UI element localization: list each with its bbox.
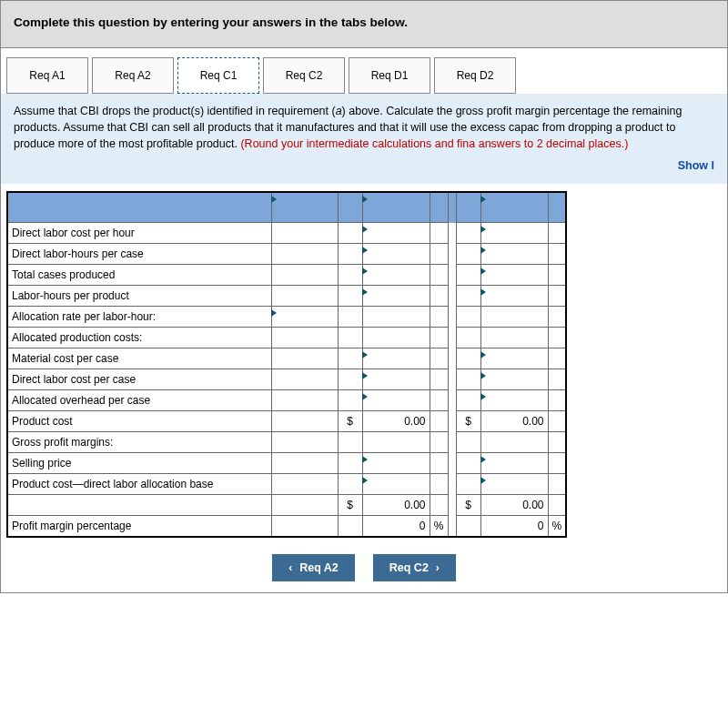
next-label: Req C2 bbox=[389, 561, 429, 574]
calc-cell: 0.00 bbox=[480, 495, 548, 516]
table-row: Product cost $0.00 $0.00 bbox=[7, 411, 566, 432]
row-label: Profit margin percentage bbox=[7, 516, 271, 537]
tab-req-d2[interactable]: Req D2 bbox=[434, 57, 516, 94]
calc-cell: 0.00 bbox=[480, 411, 548, 432]
table-row: Gross profit margins: bbox=[7, 432, 566, 453]
row-label bbox=[7, 495, 271, 516]
currency-symbol: $ bbox=[456, 411, 480, 432]
tab-req-d1[interactable]: Req D1 bbox=[349, 57, 430, 94]
currency-symbol: $ bbox=[338, 411, 362, 432]
input-cell[interactable] bbox=[362, 244, 430, 265]
row-label: Product cost—direct labor allocation bas… bbox=[7, 474, 271, 495]
row-label: Selling price bbox=[7, 453, 271, 474]
tab-req-a1[interactable]: Req A1 bbox=[6, 57, 88, 94]
tab-req-a2[interactable]: Req A2 bbox=[92, 57, 174, 94]
answer-table-wrap: Direct labor cost per hour Direct labor-… bbox=[1, 184, 727, 545]
row-label: Total cases produced bbox=[7, 265, 271, 286]
table-row: Product cost—direct labor allocation bas… bbox=[7, 474, 566, 495]
table-header-row bbox=[7, 192, 566, 223]
instruction-text: Assume that CBI drops the product(s) ide… bbox=[1, 94, 727, 184]
table-row: Direct labor cost per hour bbox=[7, 223, 566, 244]
nav-buttons: ‹ Req A2 Req C2 › bbox=[1, 545, 727, 592]
prev-button[interactable]: ‹ Req A2 bbox=[272, 554, 355, 581]
row-label: Product cost bbox=[7, 411, 271, 432]
input-cell[interactable] bbox=[362, 390, 430, 411]
row-label: Material cost per case bbox=[7, 348, 271, 369]
instruction-header: Complete this question by entering your … bbox=[1, 1, 727, 48]
input-cell[interactable] bbox=[480, 286, 548, 307]
table-row: Direct labor-hours per case bbox=[7, 244, 566, 265]
input-cell[interactable] bbox=[480, 244, 548, 265]
percent-symbol: % bbox=[548, 516, 566, 537]
table-row: Direct labor cost per case bbox=[7, 369, 566, 390]
show-less-link[interactable]: Show l bbox=[678, 159, 714, 172]
col-c-header[interactable] bbox=[480, 192, 548, 223]
input-cell[interactable] bbox=[362, 369, 430, 390]
prev-label: Req A2 bbox=[299, 561, 339, 574]
row-label: Allocation rate per labor-hour: bbox=[7, 307, 271, 328]
table-row: Allocation rate per labor-hour: bbox=[7, 307, 566, 328]
currency-symbol: $ bbox=[456, 495, 480, 516]
row-label: Allocated production costs: bbox=[7, 328, 271, 348]
table-row: Selling price bbox=[7, 453, 566, 474]
tab-req-c1[interactable]: Req C1 bbox=[177, 57, 259, 94]
tab-req-c2[interactable]: Req C2 bbox=[263, 57, 345, 94]
instr-rounding: (Round your intermediate calculations an… bbox=[240, 137, 628, 150]
input-cell[interactable] bbox=[480, 223, 548, 244]
input-cell[interactable] bbox=[480, 390, 548, 411]
instr-part1: Assume that CBI drops the product(s) ide… bbox=[14, 105, 336, 117]
table-row: Allocated production costs: bbox=[7, 328, 566, 348]
table-row: Material cost per case bbox=[7, 348, 566, 369]
input-cell[interactable] bbox=[362, 286, 430, 307]
table-row: Total cases produced bbox=[7, 265, 566, 286]
currency-symbol: $ bbox=[338, 495, 362, 516]
percent-symbol: % bbox=[430, 516, 448, 537]
row-label: Direct labor-hours per case bbox=[7, 244, 271, 265]
chevron-right-icon: › bbox=[436, 561, 440, 574]
instr-italic-a: a bbox=[336, 105, 342, 117]
input-cell[interactable] bbox=[480, 369, 548, 390]
calc-cell: 0 bbox=[480, 516, 548, 537]
input-cell[interactable] bbox=[480, 453, 548, 474]
chevron-left-icon: ‹ bbox=[288, 561, 292, 574]
input-cell[interactable] bbox=[362, 453, 430, 474]
tab-bar: Req A1 Req A2 Req C1 Req C2 Req D1 Req D… bbox=[1, 48, 727, 94]
input-cell[interactable] bbox=[271, 307, 338, 328]
row-label: Direct labor cost per case bbox=[7, 369, 271, 390]
calc-cell: 0 bbox=[362, 516, 430, 537]
table-row: $0.00 $0.00 bbox=[7, 495, 566, 516]
answer-table: Direct labor cost per hour Direct labor-… bbox=[6, 191, 567, 538]
question-panel: Complete this question by entering your … bbox=[0, 0, 728, 593]
table-row: Profit margin percentage 0% 0% bbox=[7, 516, 566, 537]
table-row: Labor-hours per product bbox=[7, 286, 566, 307]
row-label: Allocated overhead per case bbox=[7, 390, 271, 411]
input-cell[interactable] bbox=[480, 348, 548, 369]
row-label: Gross profit margins: bbox=[7, 432, 271, 453]
calc-cell: 0.00 bbox=[362, 495, 430, 516]
row-label: Direct labor cost per hour bbox=[7, 223, 271, 244]
table-row: Allocated overhead per case bbox=[7, 390, 566, 411]
header-title: Complete this question by entering your … bbox=[14, 15, 714, 29]
input-cell[interactable] bbox=[362, 265, 430, 286]
row-label: Labor-hours per product bbox=[7, 286, 271, 307]
input-cell[interactable] bbox=[480, 474, 548, 495]
input-cell[interactable] bbox=[362, 223, 430, 244]
input-cell[interactable] bbox=[362, 474, 430, 495]
col-b-header[interactable] bbox=[362, 192, 430, 223]
input-cell[interactable] bbox=[480, 265, 548, 286]
col-a-header[interactable] bbox=[271, 192, 338, 223]
input-cell[interactable] bbox=[362, 348, 430, 369]
next-button[interactable]: Req C2 › bbox=[373, 554, 456, 581]
calc-cell: 0.00 bbox=[362, 411, 430, 432]
